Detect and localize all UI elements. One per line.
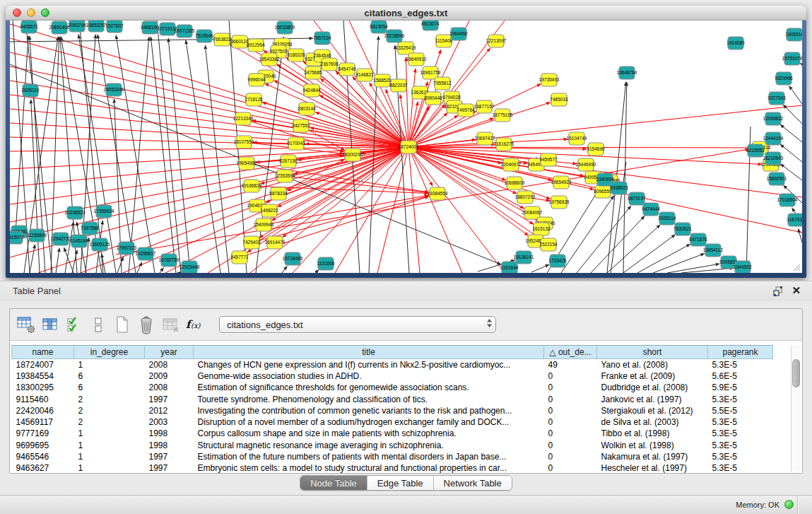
table-cell[interactable]: 0 xyxy=(544,405,597,416)
graph-node[interactable]: 2522154 xyxy=(539,238,558,251)
graph-node[interactable]: 12213349 xyxy=(233,112,254,125)
graph-node[interactable]: 18300295 xyxy=(343,148,363,161)
graph-node[interactable]: 2367608 xyxy=(320,58,339,71)
graph-node[interactable]: 9154690 xyxy=(587,143,605,156)
graph-node[interactable]: 13325419 xyxy=(396,42,416,54)
table-cell[interactable]: Genome-wide association studies in ADHD. xyxy=(194,370,544,382)
delete-column-icon[interactable] xyxy=(136,315,157,334)
table-cell[interactable]: Structural magnetic resonance image aver… xyxy=(194,440,544,451)
table-cell[interactable]: 9465546 xyxy=(12,451,74,462)
unselect-all-icon[interactable] xyxy=(88,315,109,334)
graph-node[interactable]: 2635110 xyxy=(22,84,40,97)
graph-node[interactable]: 22040977 xyxy=(501,158,522,171)
function-builder-icon[interactable]: f(x) xyxy=(184,315,205,334)
scrollbar-thumb[interactable] xyxy=(792,359,800,387)
graph-node[interactable]: 1733426 xyxy=(548,255,567,267)
graph-node[interactable]: 1527607 xyxy=(105,21,124,33)
table-row[interactable]: 2242004622012Investigating the contribut… xyxy=(12,405,773,416)
graph-node[interactable]: 16210643 xyxy=(763,152,784,165)
graph-node[interactable]: 20891406 xyxy=(49,21,70,34)
graph-node[interactable]: 8938923 xyxy=(610,182,628,194)
table-cell[interactable]: 6 xyxy=(74,370,145,382)
graph-node[interactable]: 29053346 xyxy=(104,83,124,96)
table-cell[interactable]: 0 xyxy=(544,462,597,474)
graph-node[interactable]: 12942737 xyxy=(51,233,71,245)
new-column-icon[interactable] xyxy=(112,315,133,334)
graph-node[interactable]: 16640910 xyxy=(406,53,427,66)
graph-node[interactable]: 1905314 xyxy=(785,28,802,41)
graph-node[interactable]: 1964450 xyxy=(449,28,468,40)
graph-node[interactable]: 9427552 xyxy=(292,119,310,132)
table-cell[interactable]: Estimation of the future numbers of pati… xyxy=(194,451,544,462)
table-cell[interactable]: 5.9E-5 xyxy=(708,382,773,393)
table-cell[interactable]: 5.3E-5 xyxy=(708,359,773,370)
graph-node[interactable]: 19166829 xyxy=(242,180,262,192)
tab-node-table[interactable]: Node Table xyxy=(300,476,367,490)
graph-node[interactable]: 16104749 xyxy=(567,132,587,145)
graph-node[interactable]: 2093794 xyxy=(68,21,86,32)
table-cell[interactable]: 2 xyxy=(74,393,145,404)
graph-node[interactable]: 15692901 xyxy=(767,173,787,185)
graph-node[interactable]: 7955812 xyxy=(433,77,452,90)
graph-node[interactable]: 7425402 xyxy=(242,236,261,249)
graph-node[interactable]: 15446990 xyxy=(576,158,596,171)
table-row[interactable]: 946362711997Embryonic stem cells: a mode… xyxy=(12,462,773,474)
graph-node[interactable]: 8912954 xyxy=(247,39,265,52)
table-cell[interactable]: 14569117 xyxy=(12,416,74,428)
table-cell[interactable]: 0 xyxy=(544,440,597,451)
table-cell[interactable]: Hescheler et al. (1997) xyxy=(597,462,708,474)
table-cell[interactable]: 1997 xyxy=(145,451,194,462)
graph-node[interactable]: 19218596 xyxy=(384,30,405,42)
graph-node[interactable]: 17016504 xyxy=(777,194,798,206)
graph-node[interactable]: 19654982 xyxy=(237,157,257,170)
graph-node[interactable]: 7632621 xyxy=(673,223,692,235)
graph-node[interactable]: 6466160 xyxy=(141,21,159,34)
graph-node[interactable]: 12444154 xyxy=(763,132,784,145)
tab-network-table[interactable]: Network Table xyxy=(434,476,512,490)
table-cell[interactable]: 22420046 xyxy=(12,405,74,416)
table-cell[interactable]: 0 xyxy=(544,382,597,393)
graph-node[interactable]: 1844502 xyxy=(734,261,752,273)
node-table[interactable]: namein_degreeyeartitle△ out_de...shortpa… xyxy=(11,345,773,474)
table-cell[interactable]: 18724007 xyxy=(12,359,74,370)
table-cell[interactable]: Changes of HCN gene expression and I(f) … xyxy=(194,359,544,370)
network-window-titlebar[interactable]: citations_edges.txt xyxy=(6,6,806,21)
citation-network-graph[interactable]: 1872400776638229660124891295418226058992… xyxy=(10,21,802,273)
graph-node[interactable]: 2718126 xyxy=(245,93,263,106)
table-cell[interactable]: 1997 xyxy=(145,462,194,474)
table-cell[interactable]: Stergiakouli et al. (2012) xyxy=(597,405,708,416)
graph-node[interactable]: 1588520 xyxy=(373,74,392,87)
graph-node[interactable]: 15718485 xyxy=(283,252,303,265)
graph-node[interactable]: 8454749 xyxy=(338,63,356,76)
table-row[interactable]: 969969511998Structural magnetic resonanc… xyxy=(12,440,773,451)
table-select-dropdown[interactable]: citations_edges.txt xyxy=(219,316,496,333)
graph-node[interactable]: 19136141 xyxy=(514,251,534,264)
table-row[interactable]: 977716911998Corpus callosum shape and si… xyxy=(12,428,773,439)
graph-node[interactable]: 16033809 xyxy=(275,21,295,34)
table-cell[interactable]: 0 xyxy=(544,416,597,428)
table-cell[interactable]: 1997 xyxy=(145,393,194,404)
float-panel-icon[interactable] xyxy=(772,286,784,297)
graph-node[interactable]: 7397588 xyxy=(81,222,99,235)
graph-node[interactable]: 12213097 xyxy=(486,35,507,47)
table-cell[interactable]: 9777169 xyxy=(12,428,74,439)
table-cell[interactable]: 2 xyxy=(74,405,145,416)
table-cell[interactable]: de Silva et al. (2003) xyxy=(597,416,708,428)
graph-node[interactable]: 9146821 xyxy=(355,69,374,81)
table-cell[interactable]: 2009 xyxy=(145,370,194,382)
graph-node[interactable]: 1131606 xyxy=(317,257,335,270)
graph-node[interactable]: 12923448 xyxy=(180,261,200,273)
graph-node[interactable]: 2803144 xyxy=(298,103,316,115)
table-cell[interactable]: Nakamura et al. (1997) xyxy=(597,451,708,462)
graph-node[interactable]: 19384554 xyxy=(428,187,448,200)
graph-node[interactable]: 7663822 xyxy=(213,33,231,46)
graph-node[interactable]: 10395817 xyxy=(136,247,156,260)
table-row[interactable]: 946554611997Estimation of the future num… xyxy=(12,451,773,462)
graph-node[interactable]: 8471676 xyxy=(689,233,707,246)
graph-node[interactable]: 3475685 xyxy=(304,66,322,79)
table-cell[interactable]: Estimation of significance thresholds fo… xyxy=(194,382,544,393)
graph-node[interactable]: 8813054 xyxy=(370,21,388,33)
graph-node[interactable]: 9227343 xyxy=(767,92,786,105)
table-cell[interactable]: 19384554 xyxy=(12,370,74,382)
graph-node[interactable]: 19654923 xyxy=(551,176,572,189)
